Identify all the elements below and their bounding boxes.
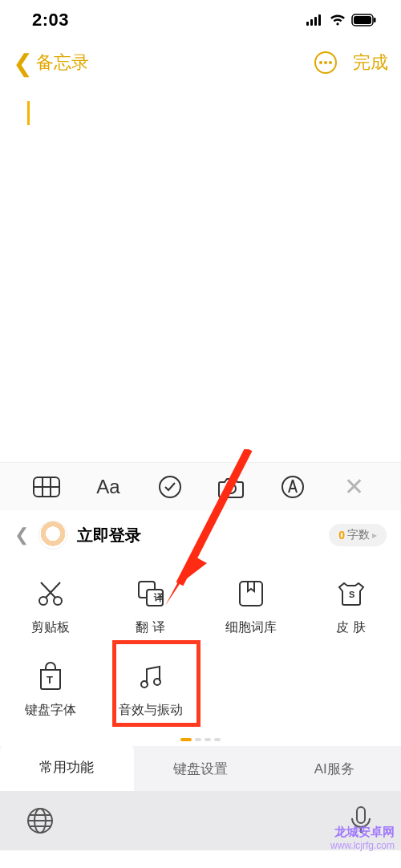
battery-icon: [351, 14, 377, 26]
tab-common-functions[interactable]: 常用功能: [0, 743, 134, 791]
svg-point-16: [39, 597, 47, 605]
grid-item-dictionary[interactable]: 细胞词库: [200, 578, 301, 636]
bookmark-icon: [235, 578, 267, 610]
grid-item-translate[interactable]: 译 翻 译: [100, 578, 200, 636]
svg-point-27: [154, 679, 160, 685]
translate-icon: 译: [135, 578, 167, 610]
grid-item-sound-vibration[interactable]: 音效与振动: [100, 660, 200, 719]
tab-keyboard-settings[interactable]: 键盘设置: [134, 746, 268, 791]
dot: [214, 738, 221, 741]
svg-rect-1: [310, 19, 313, 26]
more-button[interactable]: [314, 51, 337, 74]
grid-item-label: 翻 译: [136, 619, 164, 636]
scissors-icon: [34, 578, 67, 610]
svg-rect-6: [374, 18, 376, 22]
close-keyboard-button[interactable]: ✕: [340, 473, 369, 501]
svg-rect-5: [354, 16, 371, 24]
panel-tabs: 常用功能 键盘设置 AI服务: [0, 746, 401, 791]
watermark-url: www.lcjrfg.com: [330, 840, 395, 851]
status-time: 2:03: [32, 10, 69, 30]
keyboard-toolbar: Aa ✕: [0, 462, 401, 510]
music-icon: [135, 660, 167, 692]
functions-grid: 剪贴板 译 翻 译 细胞词库 S 皮 肤 T 键盘字体: [0, 570, 401, 727]
font-button[interactable]: Aa: [94, 473, 123, 501]
watermark: 龙城安卓网 www.lcjrfg.com: [281, 820, 401, 868]
camera-button[interactable]: [217, 473, 245, 501]
nav-bar: ❮ 备忘录 完成: [0, 40, 401, 85]
chevron-left-icon: ❮: [13, 49, 33, 77]
svg-point-15: [282, 477, 303, 497]
svg-point-14: [226, 484, 236, 493]
svg-rect-23: [240, 582, 262, 606]
font-bag-icon: T: [34, 660, 67, 692]
status-bar: 2:03: [0, 0, 401, 40]
login-prompt[interactable]: 立即登录: [77, 525, 141, 546]
note-editor[interactable]: [0, 85, 401, 462]
checklist-button[interactable]: [156, 473, 184, 501]
wifi-icon: [329, 14, 346, 26]
status-indicators: [306, 14, 377, 26]
svg-rect-0: [306, 22, 309, 26]
grid-item-keyboard-font[interactable]: T 键盘字体: [0, 660, 100, 719]
dot: [205, 738, 211, 741]
svg-point-13: [160, 477, 180, 497]
grid-item-clipboard[interactable]: 剪贴板: [0, 578, 100, 636]
done-button[interactable]: 完成: [353, 51, 388, 75]
nav-back-label: 备忘录: [36, 51, 89, 75]
table-button[interactable]: [32, 473, 61, 501]
svg-text:译: 译: [153, 592, 164, 603]
grid-item-label: 细胞词库: [225, 619, 277, 636]
word-count-pill[interactable]: 0 字数 ▸: [329, 524, 387, 546]
dot: [195, 738, 201, 741]
dot-active: [180, 738, 192, 741]
watermark-title: 龙城安卓网: [334, 825, 395, 840]
login-row: ❮ 立即登录 0 字数 ▸: [0, 510, 401, 560]
svg-text:S: S: [349, 590, 354, 599]
chevron-right-icon: ▸: [372, 529, 377, 541]
text-cursor: [27, 101, 30, 125]
functions-panel: 剪贴板 译 翻 译 细胞词库 S 皮 肤 T 键盘字体: [0, 560, 401, 791]
svg-point-26: [141, 681, 148, 688]
word-count-label: 字数: [347, 528, 370, 542]
avatar-icon[interactable]: [38, 521, 67, 550]
nav-back-button[interactable]: ❮ 备忘录: [13, 49, 89, 77]
word-count-value: 0: [338, 529, 345, 541]
grid-item-label: 键盘字体: [25, 702, 76, 719]
grid-item-label: 皮 肤: [336, 619, 365, 636]
svg-rect-3: [318, 14, 321, 26]
grid-item-label: 音效与振动: [119, 702, 183, 719]
grid-item-skin[interactable]: S 皮 肤: [301, 578, 401, 636]
tab-ai-services[interactable]: AI服务: [267, 746, 401, 791]
panel-back-button[interactable]: ❮: [14, 525, 29, 546]
signal-icon: [306, 14, 324, 26]
svg-point-17: [54, 597, 62, 605]
grid-item-label: 剪贴板: [31, 619, 70, 636]
svg-text:T: T: [47, 674, 53, 686]
svg-rect-2: [314, 17, 317, 26]
markup-button[interactable]: [278, 473, 307, 501]
globe-button[interactable]: [24, 805, 56, 837]
shirt-icon: S: [335, 578, 367, 610]
